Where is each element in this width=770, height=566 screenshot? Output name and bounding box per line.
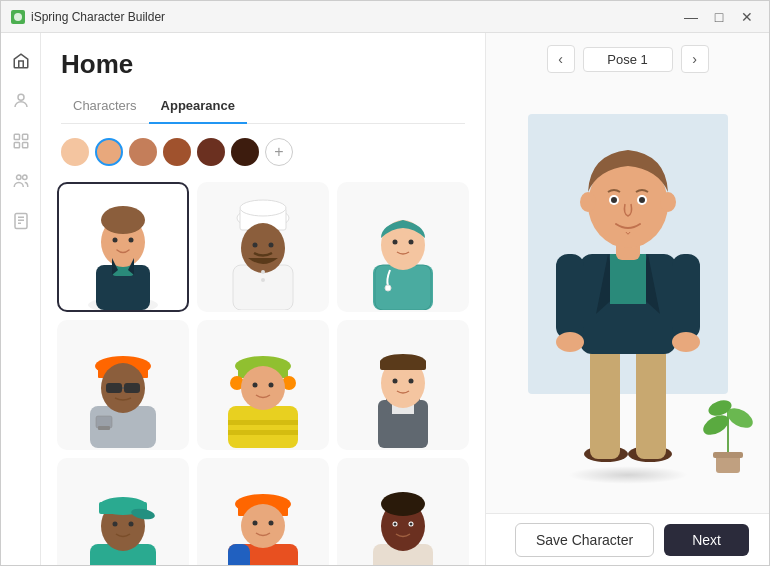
panel-header: Home Characters Appearance	[41, 33, 485, 124]
character-card-4[interactable]	[57, 320, 189, 450]
svg-rect-61	[380, 360, 426, 370]
svg-rect-31	[375, 265, 431, 310]
main-layout: Home Characters Appearance +	[1, 33, 769, 565]
svg-point-108	[611, 197, 617, 203]
svg-point-105	[580, 192, 596, 212]
preview-background	[498, 114, 758, 484]
character-card-3[interactable]	[337, 182, 469, 312]
svg-point-102	[672, 332, 700, 352]
svg-rect-94	[636, 344, 666, 459]
svg-rect-98	[610, 254, 646, 304]
swatch-4[interactable]	[163, 138, 191, 166]
pose-label: Pose 1	[583, 47, 673, 72]
svg-point-70	[129, 522, 134, 527]
swatch-2[interactable]	[95, 138, 123, 166]
svg-point-62	[393, 379, 398, 384]
next-button[interactable]: Next	[664, 524, 749, 556]
svg-point-75	[241, 504, 285, 548]
svg-point-35	[385, 285, 391, 291]
svg-point-101	[556, 332, 584, 352]
svg-point-106	[660, 192, 676, 212]
character-card-6[interactable]	[337, 320, 469, 450]
sidebar-item-group[interactable]	[5, 165, 37, 197]
svg-point-17	[113, 238, 118, 243]
titlebar-controls: — □ ✕	[679, 5, 759, 29]
svg-point-53	[253, 383, 258, 388]
add-swatch-button[interactable]: +	[265, 138, 293, 166]
sidebar	[1, 33, 41, 565]
maximize-button[interactable]: □	[707, 5, 731, 29]
titlebar: iSpring Character Builder — □ ✕	[1, 1, 769, 33]
swatch-3[interactable]	[129, 138, 157, 166]
character-card-2[interactable]	[197, 182, 329, 312]
app-title: iSpring Character Builder	[31, 10, 165, 24]
svg-point-69	[113, 522, 118, 527]
svg-point-34	[409, 240, 414, 245]
tabs: Characters Appearance	[61, 92, 465, 124]
page-title: Home	[61, 49, 465, 80]
svg-rect-43	[124, 383, 140, 393]
character-card-7[interactable]	[57, 458, 189, 565]
svg-point-26	[253, 243, 258, 248]
app-icon	[11, 10, 25, 24]
svg-point-54	[269, 383, 274, 388]
svg-rect-100	[672, 254, 700, 339]
pose-prev-button[interactable]: ‹	[547, 45, 575, 73]
sidebar-item-person[interactable]	[5, 85, 37, 117]
svg-rect-5	[22, 143, 27, 148]
svg-rect-2	[14, 134, 19, 139]
character-card-8[interactable]	[197, 458, 329, 565]
svg-rect-72	[228, 544, 250, 565]
titlebar-left: iSpring Character Builder	[11, 10, 165, 24]
svg-point-16	[101, 206, 145, 234]
save-character-button[interactable]: Save Character	[515, 523, 654, 557]
swatch-5[interactable]	[197, 138, 225, 166]
tab-appearance[interactable]: Appearance	[149, 92, 247, 123]
svg-point-63	[409, 379, 414, 384]
svg-point-6	[16, 175, 21, 180]
sidebar-item-book[interactable]	[5, 205, 37, 237]
svg-point-77	[269, 521, 274, 526]
svg-point-23	[240, 200, 286, 216]
minimize-button[interactable]: —	[679, 5, 703, 29]
character-grid-container	[41, 176, 485, 565]
svg-rect-42	[106, 383, 122, 393]
svg-point-84	[410, 523, 413, 526]
tab-characters[interactable]: Characters	[61, 92, 149, 123]
svg-point-28	[261, 270, 265, 274]
bottom-bar: Save Character Next	[486, 513, 769, 565]
character-card-9[interactable]	[337, 458, 469, 565]
pose-nav: ‹ Pose 1 ›	[486, 33, 769, 85]
color-swatches: +	[41, 124, 485, 176]
svg-point-80	[381, 492, 425, 516]
swatch-6[interactable]	[231, 138, 259, 166]
svg-rect-99	[556, 254, 584, 339]
svg-point-52	[241, 366, 285, 410]
character-grid	[57, 182, 469, 565]
sidebar-item-layers[interactable]	[5, 125, 37, 157]
left-panel: Home Characters Appearance +	[41, 33, 486, 565]
svg-point-27	[269, 243, 274, 248]
svg-point-0	[14, 13, 22, 21]
svg-point-76	[253, 521, 258, 526]
character-full-body	[528, 114, 728, 474]
svg-rect-49	[228, 406, 298, 448]
svg-point-18	[129, 238, 134, 243]
svg-rect-50	[228, 420, 298, 425]
svg-point-25	[241, 223, 285, 273]
app-window: iSpring Character Builder — □ ✕	[0, 0, 770, 566]
character-card-1[interactable]	[57, 182, 189, 312]
sidebar-item-home[interactable]	[5, 45, 37, 77]
svg-point-7	[22, 175, 27, 180]
close-button[interactable]: ✕	[735, 5, 759, 29]
svg-rect-51	[228, 430, 298, 435]
svg-point-33	[393, 240, 398, 245]
pose-next-button[interactable]: ›	[681, 45, 709, 73]
svg-rect-40	[98, 426, 110, 430]
swatch-1[interactable]	[61, 138, 89, 166]
svg-rect-93	[590, 344, 620, 459]
character-card-5[interactable]	[197, 320, 329, 450]
character-preview	[486, 85, 769, 513]
svg-rect-3	[22, 134, 27, 139]
svg-point-110	[639, 197, 645, 203]
